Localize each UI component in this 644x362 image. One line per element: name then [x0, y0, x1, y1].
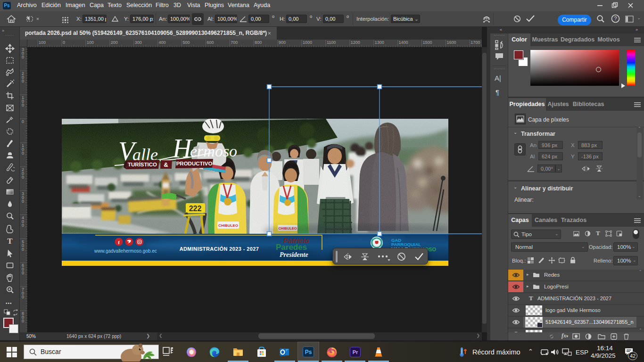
- svg-text:200: 200: [111, 40, 118, 45]
- svg-text:100: 100: [39, 40, 46, 45]
- svg-text:0: 0: [22, 103, 24, 107]
- svg-text:0: 0: [22, 199, 24, 204]
- svg-text:0: 0: [63, 40, 65, 45]
- svg-text:1400: 1400: [399, 40, 408, 45]
- svg-text:1000: 1000: [303, 40, 312, 45]
- svg-text:?: ?: [614, 16, 617, 21]
- svg-text:1600: 1600: [446, 40, 456, 45]
- svg-text:T: T: [7, 237, 13, 246]
- svg-text:0: 0: [22, 151, 24, 156]
- svg-text:700: 700: [231, 40, 238, 45]
- svg-text:0: 0: [22, 79, 24, 83]
- svg-text:800: 800: [255, 40, 262, 45]
- svg-text:300: 300: [135, 40, 142, 45]
- svg-text:0: 0: [22, 247, 24, 252]
- svg-text:400: 400: [159, 40, 166, 45]
- svg-text:1100: 1100: [327, 40, 336, 45]
- svg-text:600: 600: [206, 40, 214, 45]
- svg-text:0: 0: [22, 175, 24, 180]
- svg-text:100: 100: [87, 40, 94, 45]
- svg-text:0: 0: [22, 223, 24, 228]
- svg-text:0: 0: [22, 119, 24, 124]
- svg-text:0: 0: [22, 271, 24, 275]
- svg-text:0: 0: [22, 295, 24, 299]
- svg-text:1700: 1700: [471, 40, 480, 45]
- svg-text:1500: 1500: [423, 40, 432, 45]
- svg-text:0: 0: [22, 319, 24, 323]
- svg-text:900: 900: [279, 40, 286, 45]
- svg-text:1200: 1200: [351, 40, 360, 45]
- svg-text:0: 0: [22, 55, 24, 59]
- svg-text:1300: 1300: [375, 40, 384, 45]
- svg-text:500: 500: [183, 40, 190, 45]
